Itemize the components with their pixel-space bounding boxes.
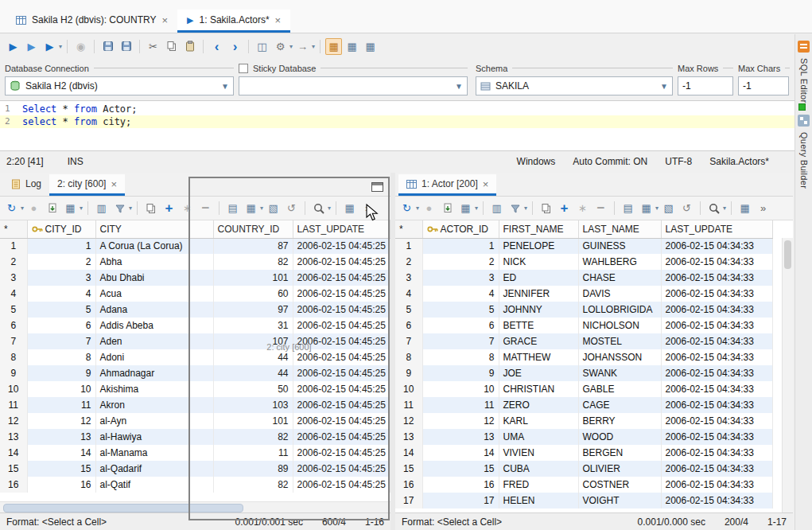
row-number[interactable]: 13 [0,429,27,445]
side-tab-sql-editor[interactable]: SQL Editor [799,58,809,103]
grid-cell[interactable]: 16 [27,477,95,493]
goto-icon[interactable]: → [294,38,311,55]
scrollbar-thumb[interactable] [784,240,791,269]
grid-cell[interactable]: CUBA [499,461,578,477]
forward-icon[interactable]: › [227,38,243,55]
grid-cell[interactable]: 10 [27,381,95,397]
row-number[interactable]: 11 [395,397,422,413]
grid-cell[interactable]: 7 [422,333,499,349]
grid-cell[interactable]: 2006-02-15 04:34:33 [661,349,772,365]
chevron-down-icon[interactable]: ▾ [655,205,659,212]
record-macro-icon[interactable]: ◉ [72,38,89,55]
export-icon[interactable] [439,200,456,216]
doc-tab-country[interactable]: Sakila H2 (dbvis): COUNTRY × [6,10,177,33]
grid-cell[interactable]: 2006-02-15 04:34:33 [661,270,772,286]
row-number[interactable]: 3 [0,270,27,286]
sql-code-line[interactable]: 1Select * from Actor; [0,103,795,115]
close-icon[interactable]: × [483,179,489,189]
grid-cell[interactable]: 2006-02-15 04:34:33 [661,238,772,254]
row-number[interactable]: 2 [0,254,27,270]
row-number[interactable]: 1 [395,238,422,254]
grid-cell[interactable]: JOHNNY [499,302,578,318]
column-header[interactable]: ACTOR_ID [422,220,499,238]
filter-icon[interactable] [507,200,523,216]
grid-cell[interactable]: UMA [499,429,578,445]
grid-cell[interactable]: 3 [422,270,499,286]
close-icon[interactable]: × [275,15,282,25]
row-number[interactable]: 13 [395,429,422,445]
grid-cell[interactable]: 4 [422,286,499,302]
grid-cell[interactable]: SWANK [578,365,661,381]
doc-tab-sakila-actors[interactable]: ▶ 1: Sakila.Actors* × [177,10,290,33]
grid-cell[interactable]: 9 [27,365,95,381]
grid-cell[interactable]: 2006-02-15 04:34:33 [661,477,772,493]
grid-cell[interactable]: 2006-02-15 04:34:33 [661,413,772,429]
grid-cell[interactable]: 1 [27,238,95,254]
chevron-down-icon[interactable]: ▾ [289,43,293,50]
grid-cell[interactable]: WOOD [578,429,661,445]
search-icon[interactable] [705,200,722,216]
grid-cell[interactable]: ZERO [499,397,578,413]
refresh-icon[interactable]: ↻ [398,200,415,216]
grid-cell[interactable]: 14 [422,445,499,461]
schema-select[interactable]: SAKILA ▼ [476,76,673,95]
grid-cell[interactable]: 8 [422,349,499,365]
save-icon[interactable] [99,38,116,55]
grid-view-icon[interactable]: ▦ [457,200,474,216]
grid-cell[interactable]: 14 [27,445,95,461]
column-header[interactable]: CITY_ID [27,220,95,238]
grid-cell[interactable]: ED [499,270,578,286]
autocommit-indicator[interactable]: Auto Commit: ON [573,156,647,167]
grid-cell[interactable]: 7 [27,333,95,349]
grid-cell[interactable]: 5 [27,302,95,318]
grid-corner[interactable]: * [395,220,422,238]
row-number[interactable]: 5 [395,302,422,318]
grid-cell[interactable]: 6 [422,318,499,333]
column-header[interactable]: LAST_UPDATE [661,220,772,238]
grid-cell[interactable]: 12 [422,413,499,429]
pivot-icon[interactable]: ▦ [362,38,379,55]
query-builder-icon[interactable] [798,115,810,127]
cut-icon[interactable]: ✂ [145,38,161,55]
tab-log[interactable]: Log [3,174,49,196]
vertical-scrollbar[interactable] [782,238,793,512]
stop-icon[interactable]: ● [421,200,437,216]
refresh-icon[interactable]: ↻ [3,200,20,216]
row-number[interactable]: 10 [0,381,27,397]
grid-cell[interactable]: NICHOLSON [578,318,661,333]
overflow-icon[interactable]: » [755,200,771,216]
grid-cell[interactable]: MATTHEW [499,349,578,365]
grid-cell[interactable]: 1 [422,238,499,254]
grid-cell[interactable]: 2006-02-15 04:34:33 [661,381,772,397]
max-rows-input[interactable] [678,76,733,95]
grid-cell[interactable]: 16 [422,477,499,493]
tab-actor-result[interactable]: 1: Actor [200] × [398,174,496,196]
grid-cell[interactable]: 4 [27,286,95,302]
grid-cell[interactable]: 10 [422,381,499,397]
grid-cell[interactable]: VIVIEN [499,445,578,461]
rows-icon[interactable]: ▥ [93,200,110,216]
set-null-icon[interactable]: ∗ [574,200,591,216]
grid-cell[interactable]: JOHANSSON [578,349,661,365]
grid-cell[interactable]: KARL [499,413,578,429]
auto-grid-icon[interactable]: ▦ [325,38,342,55]
row-number[interactable]: 16 [395,477,422,493]
grid-cell[interactable]: 11 [422,397,499,413]
close-icon[interactable]: × [161,15,168,25]
grid-cell[interactable]: BERGEN [578,445,661,461]
sticky-database-select[interactable]: ▼ [239,76,468,95]
insert-row-icon[interactable]: + [556,200,573,216]
grid-cell[interactable]: OLIVIER [578,461,661,477]
execute-current-icon[interactable]: ▶ [23,38,40,55]
insert-row-icon[interactable]: + [161,200,177,216]
row-number[interactable]: 8 [395,349,422,365]
grid-cell[interactable]: 2006-02-15 04:34:33 [661,302,772,318]
chevron-down-icon[interactable]: ▾ [723,205,726,212]
row-number[interactable]: 6 [395,318,422,333]
rows-icon[interactable]: ▥ [488,200,505,216]
grid-cell[interactable]: 11 [27,397,95,413]
grid-corner[interactable]: * [0,220,27,238]
grid-view-icon[interactable]: ▦ [62,200,79,216]
grid-cell[interactable]: 13 [27,429,95,445]
grid-cell[interactable]: 6 [27,318,95,333]
